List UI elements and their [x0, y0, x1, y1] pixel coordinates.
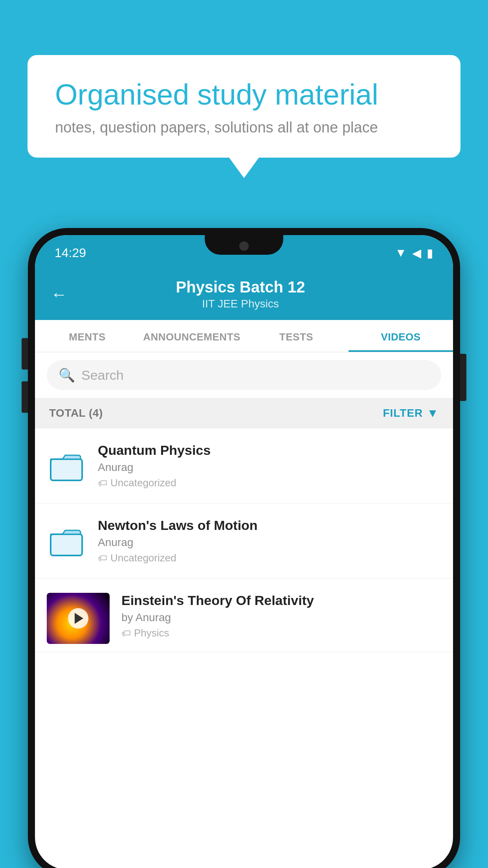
folder-icon	[49, 523, 84, 559]
video-title: Newton's Laws of Motion	[98, 518, 441, 533]
video-list: Quantum Physics Anurag 🏷 Uncategorized	[35, 428, 453, 652]
search-icon: 🔍	[59, 367, 75, 383]
video-info: Einstein's Theory Of Relativity by Anura…	[121, 593, 441, 639]
tag-text: Physics	[134, 627, 169, 639]
video-tag: 🏷 Uncategorized	[98, 552, 441, 564]
tab-tests[interactable]: TESTS	[244, 320, 349, 352]
video-tag: 🏷 Uncategorized	[98, 477, 441, 489]
phone-frame: 14:29 ▼ ◀ ▮ ← Physics Batch 12 IIT JEE P…	[28, 228, 460, 868]
tab-ments[interactable]: MENTS	[35, 320, 139, 352]
tag-icon: 🏷	[98, 478, 107, 489]
tag-icon: 🏷	[121, 628, 131, 639]
video-title: Quantum Physics	[98, 443, 441, 458]
phone-screen: 14:29 ▼ ◀ ▮ ← Physics Batch 12 IIT JEE P…	[35, 235, 453, 868]
search-placeholder: Search	[81, 368, 124, 383]
wifi-icon: ▼	[395, 246, 407, 259]
video-info: Quantum Physics Anurag 🏷 Uncategorized	[98, 443, 441, 489]
svg-rect-0	[51, 459, 82, 480]
video-title: Einstein's Theory Of Relativity	[121, 593, 441, 608]
bubble-subtitle: notes, question papers, solutions all at…	[55, 119, 433, 136]
total-count: TOTAL (4)	[49, 407, 103, 419]
header-title: Physics Batch 12	[79, 278, 402, 296]
play-button[interactable]	[68, 608, 88, 629]
header-title-area: Physics Batch 12 IIT JEE Physics	[79, 278, 402, 310]
folder-icon-container	[47, 446, 86, 485]
status-icons: ▼ ◀ ▮	[395, 246, 433, 260]
svg-rect-1	[51, 534, 82, 555]
folder-icon	[49, 448, 84, 484]
filter-button[interactable]: FILTER ▼	[383, 406, 439, 420]
video-thumbnail	[47, 593, 110, 644]
tabs-bar: MENTS ANNOUNCEMENTS TESTS VIDEOS	[35, 320, 453, 352]
status-time: 14:29	[55, 246, 86, 260]
search-bar[interactable]: 🔍 Search	[47, 360, 441, 390]
list-item[interactable]: Quantum Physics Anurag 🏷 Uncategorized	[35, 428, 453, 504]
list-item[interactable]: Newton's Laws of Motion Anurag 🏷 Uncateg…	[35, 504, 453, 579]
play-icon	[75, 613, 83, 624]
phone-notch	[205, 235, 283, 255]
volume-button	[22, 338, 28, 370]
signal-icon: ◀	[412, 246, 421, 260]
tab-videos[interactable]: VIDEOS	[349, 320, 453, 352]
volume-button-2	[22, 381, 28, 413]
speech-bubble-container: Organised study material notes, question…	[28, 55, 460, 158]
tag-text: Uncategorized	[110, 552, 176, 564]
bubble-title: Organised study material	[55, 79, 433, 110]
filter-bar: TOTAL (4) FILTER ▼	[35, 398, 453, 428]
tag-icon: 🏷	[98, 553, 107, 564]
tag-text: Uncategorized	[110, 477, 176, 489]
video-author: by Anurag	[121, 611, 441, 624]
battery-icon: ▮	[427, 246, 433, 260]
app-header: ← Physics Batch 12 IIT JEE Physics	[35, 267, 453, 320]
video-tag: 🏷 Physics	[121, 627, 441, 639]
video-author: Anurag	[98, 461, 441, 474]
tab-announcements[interactable]: ANNOUNCEMENTS	[139, 320, 244, 352]
back-button[interactable]: ←	[51, 285, 67, 304]
front-camera	[239, 241, 249, 251]
power-button	[460, 354, 466, 401]
folder-icon-container	[47, 521, 86, 561]
search-bar-container: 🔍 Search	[35, 352, 453, 398]
video-author: Anurag	[98, 536, 441, 549]
header-subtitle: IIT JEE Physics	[79, 298, 402, 310]
speech-bubble: Organised study material notes, question…	[28, 55, 460, 158]
video-info: Newton's Laws of Motion Anurag 🏷 Uncateg…	[98, 518, 441, 564]
filter-icon: ▼	[427, 406, 439, 420]
list-item[interactable]: Einstein's Theory Of Relativity by Anura…	[35, 579, 453, 652]
phone-outer: 14:29 ▼ ◀ ▮ ← Physics Batch 12 IIT JEE P…	[28, 228, 460, 868]
